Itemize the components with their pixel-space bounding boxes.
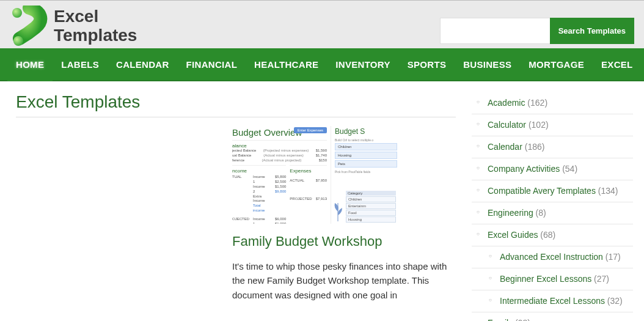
category-item[interactable]: ○Intermediate Excel Lessons (32) (472, 290, 633, 312)
category-count: (32) (605, 296, 623, 306)
category-item[interactable]: ○Compatible Avery Templates (134) (472, 180, 633, 202)
category-count: (27) (591, 274, 609, 284)
main-nav: HOMELABELSCALENDARFINANCIALHEALTHCAREINV… (0, 48, 644, 81)
category-item[interactable]: ○Calendar (186) (472, 136, 633, 158)
thumb-section-income: ncome (232, 165, 286, 174)
category-item[interactable]: ○Excel Guides (68) (472, 224, 633, 246)
logo-block[interactable]: Excel Templates (10, 6, 137, 47)
bullet-icon: ○ (477, 208, 480, 216)
search-input[interactable] (440, 18, 550, 44)
thumb-enter-expenses-button: Enter Expenses (294, 127, 327, 133)
category-count: (102) (526, 120, 549, 130)
excel-logo-icon (10, 6, 49, 47)
main: Excel Templates Enter Expenses Budget Ov… (0, 81, 644, 321)
search-block: Search Templates (440, 18, 634, 44)
nav-item-excel-guides[interactable]: EXCEL GUIDES (593, 48, 644, 81)
category-label[interactable]: Excel Guides (488, 230, 538, 240)
category-count: (162) (525, 98, 547, 108)
category-label[interactable]: Advanced Excel Instruction (500, 252, 603, 262)
category-item[interactable]: ○Calculator (102) (472, 114, 633, 136)
bullet-icon: ○ (477, 319, 480, 321)
category-count: (134) (596, 186, 618, 196)
nav-item-healthcare[interactable]: HEALTHCARE (246, 48, 327, 81)
site-title-line2: Templates (54, 26, 137, 45)
sidebar: ○Academic (162)○Calculator (102)○Calenda… (468, 92, 644, 321)
nav-list: HOMELABELSCALENDARFINANCIALHEALTHCAREINV… (7, 48, 637, 81)
category-count: (17) (603, 252, 621, 262)
site-title-line1: Excel (54, 7, 137, 26)
thumb-section-balance: alance (232, 140, 327, 149)
post-excerpt: It's time to whip those pesky finances i… (232, 259, 456, 302)
page-title: Excel Templates (16, 92, 456, 112)
category-label[interactable]: Family (488, 318, 513, 321)
post: Enter Expenses Budget Overview alance je… (16, 126, 456, 302)
category-label[interactable]: Calendar (488, 142, 522, 152)
category-item[interactable]: ○Academic (162) (472, 92, 633, 114)
thumb-section-expenses: Expenses (290, 165, 327, 174)
nav-item-inventory[interactable]: INVENTORY (327, 48, 398, 81)
nav-item-home[interactable]: HOME (7, 48, 53, 81)
category-label[interactable]: Compatible Avery Templates (488, 186, 596, 196)
post-thumbnail[interactable]: Enter Expenses Budget Overview alance je… (232, 126, 397, 224)
category-label[interactable]: Engineering (488, 208, 533, 218)
category-item[interactable]: ○Advanced Excel Instruction (17) (472, 246, 633, 268)
bullet-icon: ○ (477, 186, 480, 194)
category-label[interactable]: Academic (488, 98, 525, 108)
category-item[interactable]: ○Company Activities (54) (472, 158, 633, 180)
nav-item-sports[interactable]: SPORTS (399, 48, 455, 81)
leaf-icon (331, 201, 345, 221)
category-label[interactable]: Company Activities (488, 164, 560, 174)
category-count: (8) (533, 208, 546, 218)
post-title[interactable]: Family Budget Workshop (232, 234, 456, 249)
site-header: Excel Templates Search Templates (0, 0, 644, 48)
category-label[interactable]: Beginner Excel Lessons (500, 274, 591, 284)
bullet-icon: ○ (477, 231, 480, 238)
category-item[interactable]: ○Family (98) (472, 312, 633, 321)
post-left-spacer (16, 126, 230, 302)
bullet-icon: ○ (489, 253, 492, 260)
post-right: Enter Expenses Budget Overview alance je… (230, 126, 456, 302)
search-button[interactable]: Search Templates (550, 18, 634, 44)
content: Excel Templates Enter Expenses Budget Ov… (0, 92, 468, 321)
bullet-icon: ○ (477, 120, 480, 128)
bullet-icon: ○ (477, 164, 480, 172)
category-count: (54) (560, 164, 577, 174)
nav-item-mortgage[interactable]: MORTGAGE (520, 48, 593, 81)
nav-item-labels[interactable]: LABELS (53, 48, 108, 81)
category-count: (186) (522, 142, 545, 152)
category-list: ○Academic (162)○Calculator (102)○Calenda… (472, 92, 633, 321)
bullet-icon: ○ (489, 297, 492, 304)
bullet-icon: ○ (477, 98, 480, 106)
svg-point-0 (12, 8, 22, 18)
category-item[interactable]: ○Engineering (8) (472, 202, 633, 224)
category-count: (98) (513, 318, 530, 321)
bullet-icon: ○ (477, 142, 480, 150)
title-rule (16, 117, 456, 117)
category-count: (68) (538, 230, 555, 240)
site-title: Excel Templates (54, 7, 137, 45)
nav-item-calendar[interactable]: CALENDAR (108, 48, 178, 81)
nav-item-business-plan[interactable]: BUSINESS PLAN (455, 48, 520, 81)
bullet-icon: ○ (489, 275, 492, 282)
category-label[interactable]: Intermediate Excel Lessons (500, 296, 605, 306)
nav-item-financial[interactable]: FINANCIAL (178, 48, 246, 81)
thumb-budget-s-heading: Budget S (335, 127, 397, 136)
category-label[interactable]: Calculator (488, 120, 526, 130)
svg-point-1 (13, 36, 23, 46)
category-item[interactable]: ○Beginner Excel Lessons (27) (472, 268, 633, 290)
